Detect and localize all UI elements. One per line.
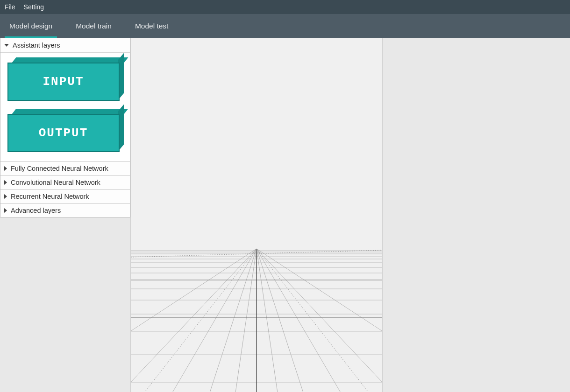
layer-accordion: Assistant layers INPUT OUTPUT [0, 38, 130, 217]
menubar: File Setting [0, 0, 570, 14]
properties-panel [383, 38, 570, 392]
accordion-title: Recurrent Neural Network [11, 193, 89, 200]
svg-line-17 [131, 249, 256, 392]
svg-line-25 [256, 249, 382, 392]
accordion-header-fully-connected[interactable]: Fully Connected Neural Network [0, 161, 130, 175]
svg-line-21 [235, 249, 256, 392]
tab-model-train[interactable]: Model train [71, 14, 116, 38]
chevron-right-icon [4, 166, 7, 171]
chevron-down-icon [4, 44, 9, 47]
chevron-right-icon [4, 194, 7, 199]
accordion-title: Assistant layers [13, 42, 60, 49]
block-front-face: INPUT [7, 63, 120, 101]
block-label: OUTPUT [39, 126, 88, 140]
accordion-body-assistant-layers: INPUT OUTPUT [0, 52, 130, 161]
accordion-header-convolutional[interactable]: Convolutional Neural Network [0, 175, 130, 189]
accordion-title: Convolutional Neural Network [11, 179, 100, 186]
menu-file[interactable]: File [5, 3, 15, 11]
menu-setting[interactable]: Setting [24, 3, 44, 11]
chevron-right-icon [4, 180, 7, 185]
accordion-header-advanced[interactable]: Advanced layers [0, 203, 130, 217]
layer-block-output[interactable]: OUTPUT [7, 109, 123, 154]
accordion-header-assistant-layers[interactable]: Assistant layers [0, 38, 130, 52]
canvas-wrap [130, 38, 570, 392]
block-label: INPUT [43, 75, 84, 89]
accordion-title: Fully Connected Neural Network [11, 165, 108, 172]
svg-line-27 [145, 249, 256, 392]
svg-line-26 [256, 249, 382, 392]
svg-line-23 [256, 249, 303, 392]
tab-model-design[interactable]: Model design [5, 14, 57, 38]
svg-line-18 [131, 249, 256, 392]
chevron-right-icon [4, 208, 7, 213]
tab-model-test[interactable]: Model test [130, 14, 173, 38]
svg-line-19 [173, 249, 256, 392]
main-area: Assistant layers INPUT OUTPUT [0, 38, 570, 392]
block-front-face: OUTPUT [7, 114, 120, 152]
accordion-title: Advanced layers [11, 207, 61, 214]
svg-line-28 [256, 249, 368, 392]
accordion-header-recurrent[interactable]: Recurrent Neural Network [0, 189, 130, 203]
svg-line-22 [256, 249, 278, 392]
perspective-grid [131, 38, 382, 392]
svg-line-24 [256, 249, 340, 392]
sidebar: Assistant layers INPUT OUTPUT [0, 38, 130, 392]
design-canvas[interactable] [130, 38, 383, 392]
layer-block-input[interactable]: INPUT [7, 57, 123, 103]
tabbar: Model design Model train Model test [0, 14, 570, 38]
svg-line-20 [210, 249, 256, 392]
